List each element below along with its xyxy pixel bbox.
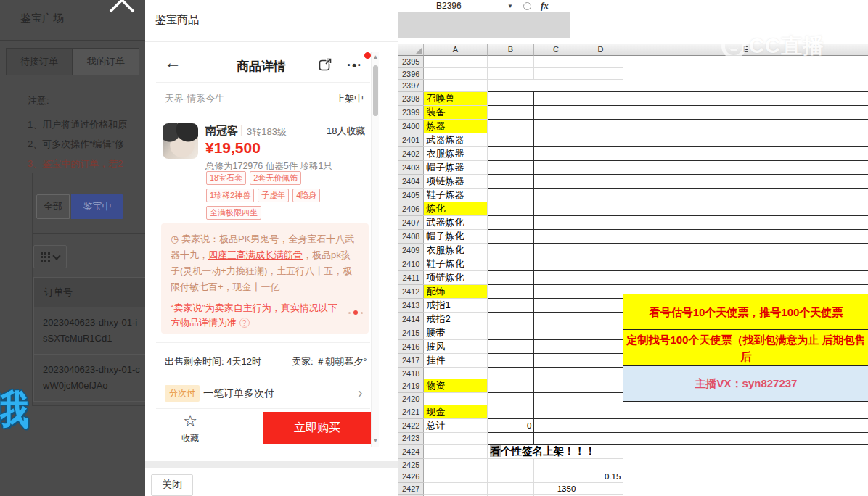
tab-pending-orders[interactable]: 待接订单 [6, 48, 73, 75]
sheet-note[interactable]: 定制找号100个天使票（找到包满意为止 后期包售后 [623, 330, 868, 365]
cell[interactable] [578, 67, 623, 79]
cell[interactable] [424, 80, 488, 91]
row-header[interactable]: 2406 [398, 202, 424, 215]
cell[interactable] [488, 393, 534, 405]
cell[interactable] [534, 298, 578, 312]
cell[interactable]: 现金 [424, 405, 488, 418]
cell[interactable] [488, 133, 534, 146]
cell[interactable] [623, 445, 868, 459]
cell[interactable] [623, 174, 868, 188]
cell[interactable] [578, 432, 623, 444]
cell[interactable] [534, 367, 578, 379]
cell[interactable]: 项链炼器 [424, 174, 488, 188]
cell[interactable] [578, 284, 623, 298]
row-header[interactable]: 2420 [398, 393, 424, 405]
star-icon[interactable]: ☆ [176, 413, 205, 429]
cell[interactable] [534, 215, 578, 229]
cell[interactable] [424, 459, 488, 471]
cell[interactable] [488, 298, 534, 312]
row-header[interactable]: 2408 [398, 229, 424, 243]
row-header[interactable]: 2421 [398, 405, 424, 418]
cell[interactable] [623, 91, 868, 105]
cell[interactable] [578, 418, 623, 432]
row-header[interactable]: 2412 [398, 284, 424, 298]
chevron-right-icon[interactable]: › [358, 384, 363, 401]
cell[interactable]: 配饰 [424, 284, 488, 298]
cell[interactable] [623, 105, 868, 119]
cell[interactable] [623, 188, 868, 202]
close-icon[interactable] [106, 0, 138, 16]
favorite-label[interactable]: 收藏 [176, 432, 205, 445]
cell[interactable]: 戒指1 [424, 298, 488, 312]
cell[interactable] [578, 174, 623, 188]
row-header[interactable]: 2418 [398, 367, 424, 379]
row-header[interactable]: 2417 [398, 353, 424, 367]
row-header[interactable]: 2402 [398, 146, 424, 160]
row-header[interactable]: 2419 [398, 379, 424, 393]
cell[interactable]: 衣服炼器 [424, 146, 488, 160]
cell[interactable] [534, 312, 578, 326]
cell[interactable] [424, 445, 488, 459]
row-header[interactable]: 2427 [398, 483, 424, 495]
scroll-down-icon[interactable]: ▼ [372, 437, 380, 444]
cell[interactable] [488, 257, 534, 270]
cell[interactable] [578, 133, 623, 146]
cell[interactable] [424, 56, 488, 67]
row-header[interactable]: 2395 [398, 56, 424, 67]
row-header[interactable]: 2413 [398, 298, 424, 312]
cell[interactable]: 武器炼化 [424, 215, 488, 229]
cell[interactable] [488, 367, 534, 379]
cell[interactable] [623, 80, 868, 91]
cell[interactable]: 鞋子炼器 [424, 188, 488, 202]
row-header[interactable]: 2426 [398, 471, 424, 482]
cell[interactable] [488, 243, 534, 257]
carousel-dots[interactable] [348, 310, 363, 315]
cell[interactable] [488, 284, 534, 298]
filter-all-button[interactable]: 全部 [36, 194, 70, 219]
row-header[interactable]: 2410 [398, 257, 424, 270]
cell[interactable] [578, 243, 623, 257]
cell[interactable] [488, 405, 534, 418]
fx-icon[interactable]: fx [541, 0, 549, 12]
select-all-corner[interactable] [398, 44, 424, 56]
cell[interactable] [578, 160, 623, 174]
cell[interactable] [534, 229, 578, 243]
row-header[interactable]: 2423 [398, 432, 424, 444]
cell[interactable] [623, 405, 868, 418]
cell[interactable]: 装备 [424, 105, 488, 119]
cell[interactable] [534, 459, 578, 471]
cell[interactable] [623, 160, 868, 174]
cell[interactable] [534, 257, 578, 270]
cell[interactable] [578, 459, 623, 471]
row-header[interactable]: 2424 [398, 445, 424, 459]
cell[interactable] [623, 432, 868, 444]
sheet-note[interactable]: 看号估号10个天使票，推号100个天使票 [623, 294, 868, 330]
row-header[interactable]: 2397 [398, 80, 424, 91]
cell[interactable] [488, 56, 534, 67]
cell[interactable] [534, 133, 578, 146]
cell[interactable]: 0 [488, 418, 534, 432]
cell[interactable] [534, 353, 578, 367]
namebox-dropdown-icon[interactable]: ▼ [507, 3, 513, 9]
cell[interactable] [534, 379, 578, 393]
cell[interactable] [578, 312, 623, 326]
cell[interactable] [424, 367, 488, 379]
cell[interactable] [623, 146, 868, 160]
cell[interactable] [623, 471, 868, 482]
cell[interactable] [623, 270, 868, 284]
cell[interactable] [623, 202, 868, 215]
row-header[interactable]: 2396 [398, 67, 424, 79]
cell[interactable] [534, 202, 578, 215]
formula-cancel-icon[interactable] [523, 2, 531, 10]
cell[interactable] [578, 202, 623, 215]
cell[interactable] [534, 471, 578, 482]
cell[interactable] [534, 405, 578, 418]
cell[interactable] [578, 379, 623, 393]
tab-my-orders[interactable]: 我的订单 [73, 48, 139, 75]
cell[interactable]: 物资 [424, 379, 488, 393]
cell[interactable] [534, 105, 578, 119]
cell[interactable] [488, 353, 534, 367]
column-header-D[interactable]: D [578, 44, 623, 56]
row-header[interactable]: 2414 [398, 312, 424, 326]
row-header[interactable]: 2425 [398, 459, 424, 471]
